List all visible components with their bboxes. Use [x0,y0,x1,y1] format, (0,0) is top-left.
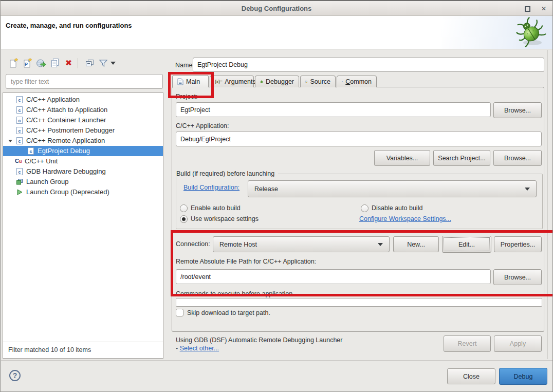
launch-group-deprecated-icon [16,189,23,196]
debug-button[interactable]: Debug [499,368,547,385]
close-button[interactable]: Close [447,368,495,384]
tab-common[interactable]: Common [337,76,377,87]
tree-item-cpp-postmortem[interactable]: c C/C++ Postmortem Debugger [3,125,163,136]
svg-text:c: c [18,170,21,175]
duplicate-config-button[interactable] [48,57,61,70]
skip-download-label: Skip download to target path. [187,309,270,316]
remote-path-label: Remote Absolute File Path for C/C++ Appl… [176,258,316,265]
titlebar: Debug Configurations ✕ [1,1,552,16]
apply-button[interactable]: Apply [494,335,542,352]
duplicate-icon [49,58,61,69]
cunit-icon: Cü [15,157,22,164]
tab-debugger[interactable]: Debugger [255,76,299,87]
launcher-prefix: - [176,345,180,352]
tab-source[interactable]: Source [300,76,336,87]
svg-text:c: c [18,118,21,123]
name-label: Name: [175,62,194,69]
application-browse-button[interactable]: Browse... [493,150,542,166]
delete-config-button[interactable]: ✖ [62,57,75,70]
main-tab-icon [177,78,183,85]
tree-item-cpp-remote-application[interactable]: c C/C++ Remote Application [3,136,163,146]
new-prototype-icon: P [22,58,33,69]
c-icon: c [16,117,23,124]
build-configuration-value: Release [254,185,278,193]
disable-auto-build-radio[interactable] [361,204,368,212]
build-group-legend: Build (if required) before launching [176,170,278,177]
arguments-tab-icon: (x)= [215,79,222,84]
tree-item-cpp-application[interactable]: c C/C++ Application [3,95,163,105]
collapse-all-button[interactable] [83,57,96,70]
project-input[interactable] [176,102,491,117]
tab-main[interactable]: Main [172,75,209,87]
tree-item-launch-group[interactable]: Launch Group [3,177,163,187]
common-tab-icon [342,78,343,85]
select-other-link[interactable]: Select other... [180,345,219,352]
build-configuration-combo[interactable]: Release [248,180,537,197]
skip-download-checkbox[interactable] [176,309,183,316]
right-panel-edge [547,50,548,359]
close-window-button[interactable]: ✕ [540,6,547,13]
connection-properties-button[interactable]: Properties... [494,236,542,252]
connection-edit-button[interactable]: Edit... [442,236,491,253]
launcher-info-text: Using GDB (DSF) Automatic Remote Debuggi… [176,337,342,344]
commands-label: Commands to execute before application [176,290,292,297]
remote-path-browse-button[interactable]: Browse... [493,269,542,285]
new-launch-config-icon [8,58,19,69]
enable-auto-build-radio[interactable] [180,204,188,212]
toolbar-separator [78,58,78,68]
svg-text:P: P [24,62,27,67]
toolbar-menu-button[interactable] [109,57,117,70]
name-input[interactable] [193,58,544,72]
enable-auto-build-label: Enable auto build [191,204,241,212]
export-launch-config-button[interactable] [34,57,47,70]
menu-dropdown-icon [110,62,116,65]
launcher-select-row: - Select other... [176,345,219,352]
filter-input[interactable] [6,74,163,89]
tree-item-cpp-unit[interactable]: Cü C/C++ Unit [3,156,163,166]
filter-icon [98,58,109,69]
tree-item-cpp-container-launcher[interactable]: c C/C++ Container Launcher [3,115,163,125]
application-label: C/C++ Application: [176,122,229,129]
svg-text:c: c [18,98,21,103]
use-workspace-settings-label: Use workspace settings [191,215,259,222]
use-workspace-settings-radio[interactable] [180,215,188,223]
search-project-button[interactable]: Search Project... [433,150,490,166]
svg-text:c: c [18,128,21,134]
commands-input[interactable] [176,298,542,307]
project-browse-button[interactable]: Browse... [493,102,542,118]
configure-workspace-settings-link[interactable]: Configure Workspace Settings... [359,215,451,222]
expand-arrow-icon[interactable] [8,140,12,142]
tree-item-gdb-hardware[interactable]: c GDB Hardware Debugging [3,166,163,177]
revert-button[interactable]: Revert [444,335,491,352]
source-tab-icon [305,78,307,85]
variables-button[interactable]: Variables... [374,150,430,166]
application-input[interactable] [176,132,542,146]
close-icon: ✕ [541,5,546,12]
remote-path-input[interactable] [176,269,491,284]
help-button[interactable]: ? [9,370,21,381]
c-icon: c [16,106,23,114]
new-launch-config-button[interactable] [7,57,20,70]
new-prototype-button[interactable]: P [21,57,33,70]
tree-item-egtproject-debug[interactable]: c EgtProject Debug [3,146,163,156]
tree-item-cpp-attach[interactable]: c C/C++ Attach to Application [3,105,163,115]
help-icon: ? [13,371,17,380]
disable-auto-build-label: Disable auto build [372,204,422,212]
c-icon: c [16,96,23,103]
svg-text:c: c [18,108,21,113]
maximize-button[interactable] [524,6,531,13]
connection-combo[interactable]: Remote Host [213,236,390,252]
tab-arguments[interactable]: (x)= Arguments [210,76,254,87]
window-title: Debug Configurations [1,5,552,12]
tree-item-launch-group-deprecated[interactable]: Launch Group (Deprecated) [3,187,163,197]
delete-icon: ✖ [65,59,72,67]
filter-button[interactable] [97,57,109,70]
filter-status-bar: Filter matched 10 of 10 items [3,342,163,358]
c-icon: c [16,168,23,175]
launch-group-icon [16,178,23,185]
footer-separator [1,360,553,361]
project-label: Project: [176,93,197,100]
build-configuration-link[interactable]: Build Configuration: [183,184,239,191]
collapse-all-icon [84,58,95,69]
connection-new-button[interactable]: New... [393,236,439,252]
